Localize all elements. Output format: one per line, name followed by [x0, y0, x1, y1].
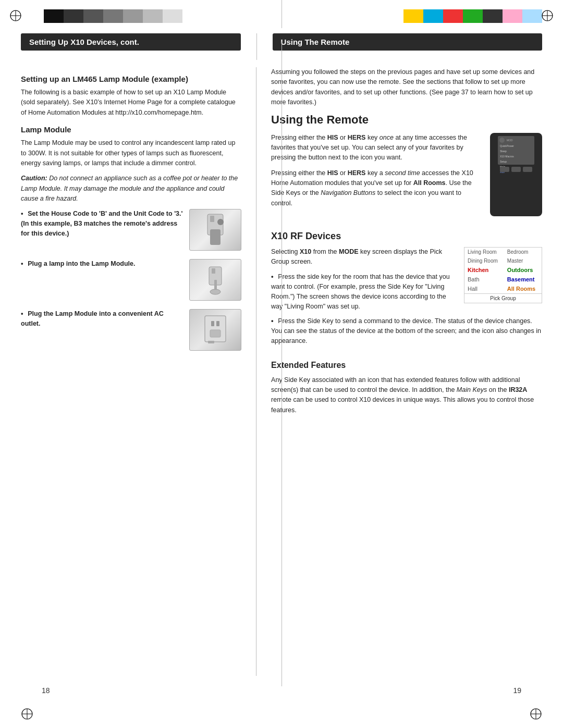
color-block-r4	[463, 9, 483, 23]
pick-group-footer-row: Pick Group	[464, 293, 542, 303]
lamp-module-heading: Lamp Module	[21, 125, 241, 134]
bullet-item-1: • Set the House Code to 'B' and the Unit…	[21, 209, 241, 251]
page-numbers-row: 18 19	[0, 676, 563, 705]
color-block-r7	[522, 9, 542, 23]
color-block-r5	[483, 9, 503, 23]
pg-dining-room: Dining Room	[464, 256, 504, 265]
remote-power-icon	[499, 138, 505, 143]
pg-footer: Pick Group	[464, 293, 542, 303]
pg-master: Master	[504, 256, 542, 265]
pg-basement: Basement	[504, 275, 542, 284]
lm465-intro: The following is a basic example of how …	[21, 88, 241, 118]
left-section-header: Setting Up X10 Devices, cont.	[21, 33, 241, 51]
pick-group-table: Living Room Bedroom Dining Room Master K…	[464, 247, 542, 303]
svg-rect-9	[211, 235, 219, 241]
pick-group-row-3: Kitchen Outdoors	[464, 265, 542, 275]
color-block-r6	[503, 9, 522, 23]
color-block-2	[64, 9, 83, 23]
pg-living-room: Living Room	[464, 248, 504, 256]
remote-nav-area	[498, 167, 534, 177]
color-blocks-right	[403, 9, 542, 23]
svg-rect-16	[216, 321, 219, 326]
extended-features-text: Any Side Key associated with an icon tha…	[271, 375, 542, 416]
svg-rect-7	[210, 216, 214, 222]
left-page-number: 18	[42, 686, 50, 695]
color-block-r3	[443, 9, 463, 23]
svg-rect-18	[208, 341, 214, 343]
x10-rf-heading: X10 RF Devices	[271, 231, 542, 242]
remote-sleep: Sleep	[499, 149, 533, 153]
x10-rf-bullet-2-text: Press the Side Key to send a command to …	[271, 317, 541, 344]
remote-mode-label: MOD	[507, 139, 513, 142]
x10-rf-bullet-2: • Press the Side Key to send a command t…	[271, 316, 542, 346]
remote-home-btn[interactable]	[500, 167, 509, 172]
color-block-3	[83, 9, 103, 23]
svg-rect-11	[212, 268, 215, 274]
svg-point-8	[217, 219, 224, 225]
center-divider-top	[282, 0, 282, 28]
color-block-5	[123, 9, 143, 23]
lamp-image-1	[189, 209, 241, 251]
color-block-1	[44, 9, 64, 23]
reg-mark-bottom-right	[530, 708, 542, 720]
top-bar	[0, 0, 563, 28]
bullet-1-text-area: • Set the House Code to 'B' and the Unit…	[21, 209, 184, 238]
color-block-7	[163, 9, 182, 23]
x10-rf-bullet-1-text: Press the side key for the room that has…	[271, 273, 450, 310]
right-page-number: 19	[513, 686, 521, 695]
lamp-module-svg-1	[194, 212, 236, 248]
lamp-image-3	[189, 309, 241, 351]
color-block-r1	[403, 9, 423, 23]
remote-screen: MOD QuickPower Sleep X10 Macros Setup He…	[498, 136, 534, 165]
lamp-module-svg-3	[194, 312, 236, 348]
pick-group-row-4: Bath Basement	[464, 275, 542, 284]
remote-setup: Setup	[499, 159, 533, 164]
bullet-item-3: • Plug the Lamp Module into a convenient…	[21, 309, 241, 351]
reg-mark-bottom-left	[21, 708, 33, 720]
right-section-header: Using The Remote	[273, 33, 542, 51]
lamp-image-2	[189, 259, 241, 301]
pg-bedroom: Bedroom	[504, 248, 542, 256]
remote-favs-btn[interactable]	[523, 167, 532, 172]
bullet-3-text: Plug the Lamp Module into a convenient A…	[21, 310, 164, 327]
using-remote-heading: Using the Remote	[271, 113, 542, 127]
pg-allrooms: All Rooms	[504, 284, 542, 294]
color-block-r2	[423, 9, 443, 23]
svg-rect-12	[214, 280, 217, 289]
bullet-2-text: Plug a lamp into the Lamp Module.	[28, 260, 135, 267]
pick-group-row-5: Hall All Rooms	[464, 284, 542, 294]
lm465-heading: Setting up an LM465 Lamp Module (example…	[21, 75, 241, 83]
right-header-container: Using The Remote	[257, 33, 542, 60]
bullet-item-2: • Plug a lamp into the Lamp Module.	[21, 259, 241, 301]
remote-modul-btn[interactable]	[511, 167, 521, 172]
bullet-2-text-area: • Plug a lamp into the Lamp Module.	[21, 259, 184, 269]
bullet-1-text: Set the House Code to 'B' and the Unit C…	[21, 210, 183, 237]
bullet-3-text-area: • Plug the Lamp Module into a convenient…	[21, 309, 184, 329]
svg-rect-15	[211, 321, 214, 326]
color-blocks-left	[44, 9, 182, 23]
left-header-text: Setting Up X10 Devices, cont.	[29, 38, 139, 46]
remote-screen-row-1: MOD	[499, 138, 533, 143]
bottom-area	[0, 705, 563, 728]
remote-x10macros: X10 Macros	[499, 154, 533, 158]
main-content: Setting up an LM465 Lamp Module (example…	[0, 67, 563, 676]
x10-rf-section: Living Room Bedroom Dining Room Master K…	[271, 247, 542, 351]
section-headers-row: Setting Up X10 Devices, cont. Using The …	[0, 28, 563, 67]
pg-hall: Hall	[464, 284, 504, 294]
pick-group-row-2: Dining Room Master	[464, 256, 542, 265]
remote-quickpower: QuickPower	[499, 144, 533, 148]
color-block-4	[103, 9, 123, 23]
lamp-module-svg-2	[194, 262, 236, 298]
svg-rect-17	[210, 330, 221, 337]
svg-rect-14	[205, 316, 226, 342]
reg-mark-top-left	[9, 9, 22, 22]
pg-outdoors: Outdoors	[504, 265, 542, 275]
caution-block: Caution: Do not connect an appliance suc…	[21, 174, 241, 204]
svg-point-13	[210, 289, 221, 294]
page-container: Setting Up X10 Devices, cont. Using The …	[0, 0, 563, 728]
lamp-module-text: The Lamp Module may be used to control a…	[21, 138, 241, 168]
right-header-text: Using The Remote	[281, 38, 350, 46]
pick-group-row-1: Living Room Bedroom	[464, 248, 542, 256]
remote-device-image: MOD QuickPower Sleep X10 Macros Setup He…	[490, 133, 542, 216]
right-column: Assuming you followed the steps on the p…	[256, 67, 542, 676]
